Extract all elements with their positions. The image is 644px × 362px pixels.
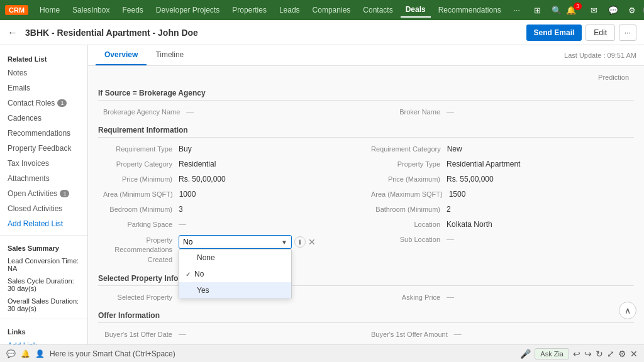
- content-area: Overview Timeline Last Update : 09:51 AM…: [88, 45, 644, 344]
- add-icon[interactable]: ⊞: [530, 3, 545, 18]
- nav-recommendations[interactable]: Recommendations: [433, 3, 506, 17]
- sidebar-item-property-feedback[interactable]: Property Feedback: [0, 141, 87, 156]
- location-field: Location Kolkata North: [366, 217, 634, 232]
- dropdown-select[interactable]: No ▼: [179, 235, 292, 249]
- property-category-value: Residential: [179, 160, 216, 168]
- sales-cycle-duration: Sales Cycle Duration: 30 day(s): [0, 275, 87, 295]
- bedroom-min-field: Bedroom (Minimum) 3: [98, 202, 366, 217]
- refresh-icon[interactable]: ↻: [596, 349, 603, 359]
- sidebar-item-emails[interactable]: Emails: [0, 80, 87, 96]
- broker-name-field: Broker Name —: [366, 104, 634, 119]
- nav-home[interactable]: Home: [35, 3, 65, 17]
- chat-icon[interactable]: 💬: [606, 3, 621, 18]
- page-title: 3BHK - Residential Apartment - John Doe: [25, 28, 521, 38]
- requirement-category-label: Requirement Category: [371, 145, 447, 153]
- location-label: Location: [371, 220, 447, 228]
- scroll-top-button[interactable]: ∧: [619, 302, 636, 319]
- close-small-icon[interactable]: ✕: [630, 349, 638, 359]
- tab-timeline[interactable]: Timeline: [147, 45, 192, 65]
- buyer1-offer-date-value: —: [179, 330, 186, 339]
- area-max-label: Area (Maximum SQFT): [371, 190, 449, 198]
- buyer1-offer-date-label: Buyer's 1st Offer Date: [103, 330, 179, 338]
- sidebar-item-closed-activities[interactable]: Closed Activities: [0, 201, 87, 216]
- property-recommendations-field: PropertyRecommendationsCreated No ▼: [98, 232, 366, 268]
- top-navigation: CRM Home SalesInbox Feeds Developer Proj…: [0, 0, 644, 20]
- bedroom-min-label: Bedroom (Minimum): [103, 205, 179, 213]
- tabs-row: Overview Timeline Last Update : 09:51 AM: [88, 45, 644, 66]
- nav-more[interactable]: ···: [509, 3, 525, 17]
- lead-conversion-time: Lead Conversion Time: NA: [0, 255, 87, 275]
- notification-icon[interactable]: 🔔3: [568, 3, 583, 18]
- dropdown-option-none[interactable]: None: [179, 250, 291, 266]
- dropdown-container: No ▼ None ✓ No: [179, 235, 292, 249]
- smart-chat-label[interactable]: Here is your Smart Chat (Ctrl+Space): [50, 349, 515, 358]
- price-max-value: Rs. 55,00,000: [447, 175, 494, 184]
- sidebar-divider-1: [0, 235, 87, 236]
- sidebar-item-cadences[interactable]: Cadences: [0, 111, 87, 126]
- nav-companies[interactable]: Companies: [308, 3, 356, 17]
- expand-icon[interactable]: ⤢: [607, 349, 614, 359]
- nav-feeds[interactable]: Feeds: [117, 3, 148, 17]
- sidebar-item-contact-roles[interactable]: Contact Roles 1: [0, 96, 87, 111]
- brokerage-agency-name-value: —: [186, 107, 194, 116]
- settings-small-icon[interactable]: ⚙: [618, 349, 626, 359]
- email-icon[interactable]: ✉: [587, 3, 602, 18]
- dropdown-clear-button[interactable]: ✕: [308, 237, 316, 247]
- price-max-label: Price (Maximum): [371, 175, 447, 183]
- nav-deals[interactable]: Deals: [401, 3, 431, 18]
- broker-name-label: Broker Name: [371, 107, 447, 116]
- action-buttons: Send Email Edit ···: [526, 25, 636, 41]
- mic-icon[interactable]: 🎤: [520, 349, 531, 359]
- sidebar-item-tax-invoices[interactable]: Tax Invoices: [0, 156, 87, 171]
- price-min-label: Price (Minimum): [103, 175, 179, 183]
- ask-zia-button[interactable]: Ask Zia: [535, 348, 569, 359]
- requirement-type-label: Requirement Type: [103, 145, 179, 153]
- sidebar-item-recommendations[interactable]: Recommendations: [0, 126, 87, 141]
- nav-dev-projects[interactable]: Developer Projects: [151, 3, 225, 17]
- dropdown-arrow-icon: ▼: [281, 239, 287, 246]
- buyer1-offer-amount-value: —: [454, 330, 462, 339]
- crm-logo[interactable]: CRM: [5, 5, 28, 15]
- sidebar-divider-2: [0, 319, 87, 319]
- bathroom-min-value: 2: [447, 205, 451, 214]
- back-button[interactable]: ←: [8, 27, 18, 38]
- nav-contacts[interactable]: Contacts: [358, 3, 397, 17]
- property-type-label: Property Type: [371, 160, 447, 168]
- offer-section-header: Offer Information: [98, 311, 634, 323]
- related-list-title: Related List: [0, 50, 87, 65]
- dropdown-option-yes[interactable]: Yes: [179, 282, 291, 299]
- chat-icon-small3: 👤: [35, 349, 45, 358]
- search-icon[interactable]: 🔍: [549, 3, 564, 18]
- dropdown-info-button[interactable]: ℹ: [294, 236, 306, 248]
- add-link-button[interactable]: Add Link: [0, 338, 87, 344]
- more-options-button[interactable]: ···: [619, 25, 636, 41]
- requirement-category-field: Requirement Category New: [366, 141, 634, 156]
- settings-icon[interactable]: ⚙: [625, 3, 640, 18]
- sidebar-item-open-activities[interactable]: Open Activities 1: [0, 186, 87, 201]
- sub-location-label: Sub Location: [371, 235, 447, 243]
- add-related-list-link[interactable]: Add Related List: [0, 216, 87, 231]
- nav-salesinbox[interactable]: SalesInbox: [67, 3, 114, 17]
- dropdown-option-no[interactable]: ✓ No: [179, 266, 291, 282]
- requirement-category-value: New: [447, 145, 462, 153]
- dropdown-current-value: No: [183, 238, 281, 246]
- chat-icon-small: 💬: [6, 349, 16, 358]
- sidebar-item-notes[interactable]: Notes: [0, 65, 87, 80]
- sub-location-value: —: [447, 235, 454, 244]
- undo-icon[interactable]: ↩: [573, 349, 580, 359]
- redo-icon[interactable]: ↪: [584, 349, 592, 359]
- form-content: Prediction If Source = Brokerage Agency …: [88, 66, 644, 344]
- edit-button[interactable]: Edit: [586, 25, 615, 41]
- area-min-value: 1000: [179, 190, 196, 199]
- brokerage-agency-name-label: Brokerage Agency Name: [103, 107, 186, 116]
- nav-leads[interactable]: Leads: [274, 3, 305, 17]
- send-email-button[interactable]: Send Email: [526, 25, 582, 41]
- requirement-type-field: Requirement Type Buy: [98, 141, 366, 156]
- tab-overview[interactable]: Overview: [96, 45, 147, 65]
- asking-price-field: Asking Price —: [366, 290, 634, 305]
- nav-properties[interactable]: Properties: [227, 3, 272, 17]
- sidebar-item-attachments[interactable]: Attachments: [0, 171, 87, 186]
- bathroom-min-label: Bathroom (Minimum): [371, 205, 447, 213]
- main-layout: Related List Notes Emails Contact Roles …: [0, 45, 644, 344]
- dropdown-wrapper: No ▼ None ✓ No: [179, 235, 316, 249]
